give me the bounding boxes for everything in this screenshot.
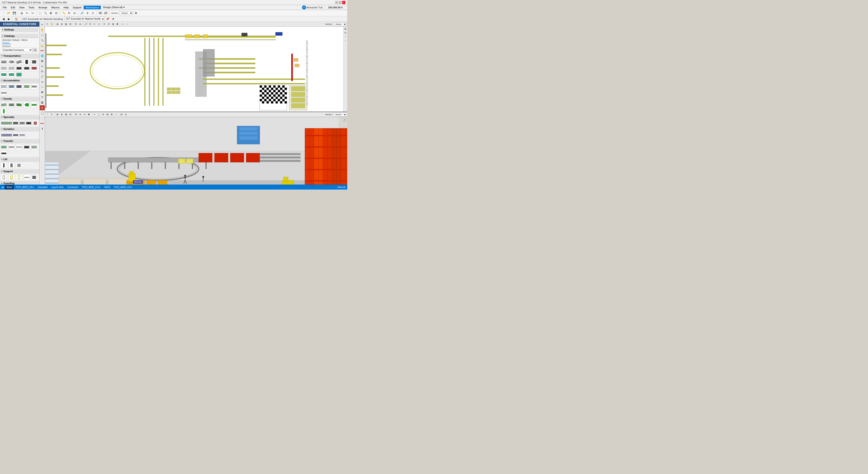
status-view-base[interactable]: Base	[5, 185, 14, 190]
tb-undo[interactable]: ↩	[25, 11, 30, 15]
acc-item2[interactable]	[8, 84, 14, 90]
status-view-conveyors[interactable]: Conveyors	[66, 185, 80, 190]
vp2d-copy[interactable]: ⧉	[111, 22, 115, 26]
vp2d-fit[interactable]: ⊞	[64, 22, 68, 26]
sidebar-spin[interactable]: ↻	[40, 69, 45, 74]
menu-arrange[interactable]: Arrange	[37, 6, 49, 9]
status-nav-prev[interactable]: ◀	[0, 185, 5, 190]
tb-zoom[interactable]: 🔍	[43, 11, 48, 15]
accumulation-toggle[interactable]: ▾ Accumulation	[0, 78, 39, 83]
tb-zoomall[interactable]: ⊡	[54, 11, 59, 15]
grav-item1[interactable]	[1, 102, 7, 108]
tb2-refresh[interactable]: ⟳	[111, 17, 116, 22]
sortation-toggle[interactable]: ▾ Sortation	[0, 127, 39, 131]
item-roller2[interactable]	[8, 65, 14, 71]
doc-select[interactable]: CET Essentials for Material Handling	[64, 17, 105, 21]
sidebar-chain[interactable]: ⛓	[40, 100, 45, 105]
sidebar-pdf[interactable]: PDF	[40, 48, 45, 53]
tb2-forward[interactable]: ▶	[6, 17, 11, 22]
sidebar-layers[interactable]: ≡	[40, 64, 45, 69]
tb-measure[interactable]: 📏	[61, 11, 66, 15]
tb-2d[interactable]: 2D	[103, 11, 108, 15]
sidebar-pdf2[interactable]: PDF	[40, 121, 45, 126]
item-belt4[interactable]	[31, 65, 37, 71]
sort-item1[interactable]	[1, 132, 12, 138]
vp3d-expand-btn[interactable]: ⤢	[343, 118, 346, 122]
acc-item6[interactable]	[1, 90, 7, 96]
vp3d-move[interactable]: ✥	[87, 113, 91, 117]
sidebar-info[interactable]: ℹ	[40, 126, 45, 131]
trans-item1[interactable]	[1, 144, 7, 150]
menu-marketplace[interactable]: Marketplace	[84, 6, 101, 9]
supp-item3[interactable]	[16, 175, 22, 180]
item-curve[interactable]	[8, 59, 14, 65]
vp2d-right-btn2[interactable]: ⊡	[344, 31, 347, 35]
status-view-all[interactable]: View all	[336, 185, 347, 190]
trans-item2[interactable]	[8, 144, 14, 150]
vp2d-mirror[interactable]: ⇔	[78, 22, 82, 26]
catalogs-toggle[interactable]: ▾ Catalogs	[1, 34, 38, 38]
settings-toggle[interactable]: ▾ Settings	[1, 28, 38, 32]
gravity-toggle[interactable]: ▾ Gravity	[0, 97, 39, 101]
sidebar-line[interactable]: ╱	[40, 74, 45, 79]
spec-item5[interactable]	[32, 120, 38, 126]
vp3d-fit[interactable]: ⊞	[64, 113, 68, 117]
menu-macros[interactable]: Macros	[50, 6, 61, 9]
support-toggle[interactable]: ▾ Support	[0, 169, 39, 173]
vp2d-hand[interactable]: ✋	[50, 22, 54, 26]
sidebar-arrow[interactable]: ↖	[40, 22, 45, 27]
tb-print[interactable]: 🖨	[19, 11, 24, 15]
vp2d-dim[interactable]: ↔	[125, 22, 129, 26]
vp2d-grid[interactable]: #	[88, 22, 92, 26]
item-incline[interactable]	[16, 59, 22, 65]
supp-item5[interactable]	[31, 175, 37, 180]
vp3d-section-select[interactable]: <None>	[333, 113, 347, 116]
tb-layer[interactable]: ≡	[90, 11, 95, 15]
status-view-pick2[interactable]: PICK_MOD_LVL2	[80, 185, 102, 190]
item-belt2[interactable]	[16, 65, 22, 71]
tb-redo[interactable]: ↪	[30, 11, 35, 15]
vp3d-info[interactable]: ℹ	[124, 113, 128, 117]
vp3d-copy[interactable]: ⧉	[105, 113, 110, 117]
tb2-pin[interactable]: 📌	[105, 17, 110, 22]
spec-item1[interactable]	[1, 120, 12, 126]
item-roller[interactable]	[1, 65, 7, 71]
vp3d-fit2[interactable]: ⊡	[68, 113, 72, 117]
vp2d-section-select[interactable]: <None>	[333, 22, 347, 26]
vp3d-align[interactable]: ⇅	[110, 113, 114, 117]
sidebar-move[interactable]: ✥	[40, 90, 45, 95]
menu-tools[interactable]: Tools	[27, 6, 36, 9]
lift-item3[interactable]	[16, 162, 22, 168]
menu-edit[interactable]: Edit	[9, 6, 17, 9]
sidebar-measure[interactable]: 📐	[40, 43, 45, 48]
grav-item4[interactable]	[24, 102, 30, 108]
sidebar-globe[interactable]: 🌐	[40, 53, 45, 58]
vp3d-add[interactable]: ＋	[92, 113, 96, 117]
grav-item6[interactable]	[1, 108, 7, 114]
vp3d-select[interactable]: ⬚	[97, 113, 101, 117]
supp-item2[interactable]	[8, 175, 14, 180]
guarding-toggle[interactable]: ▸ Guarding	[0, 181, 39, 185]
vp3d-tag[interactable]: 🏷	[120, 113, 124, 117]
status-view-pick3[interactable]: PICK_MOD_LVL3	[112, 185, 134, 190]
menu-design[interactable]: Design (Show all) ▾	[101, 5, 126, 9]
vp2d-rotate[interactable]: ↻	[74, 22, 78, 26]
sidebar-circle[interactable]: ○	[40, 85, 45, 90]
tb-rotate[interactable]: ↻	[67, 11, 72, 15]
status-view-tags[interactable]: TAGS	[102, 185, 112, 190]
sort-item3[interactable]	[19, 132, 25, 138]
tb-mirror[interactable]: ⇔	[72, 11, 77, 15]
specialty-toggle[interactable]: ▾ Specialty	[0, 115, 39, 119]
transfer-toggle[interactable]: ▾ Transfer	[0, 139, 39, 143]
item-green3[interactable]	[16, 72, 22, 77]
sort-item2[interactable]	[13, 132, 19, 138]
grav-item3[interactable]	[16, 102, 22, 108]
vp3d-zoomin[interactable]: ⊕	[55, 113, 59, 117]
vp2d-zoomin[interactable]: ⊕	[55, 22, 59, 26]
vp2d-right-btn3[interactable]: ↕	[344, 35, 347, 38]
vp2d-add[interactable]: ＋	[121, 22, 125, 26]
spec-item2[interactable]	[13, 120, 19, 126]
vp3d-dim[interactable]: ↔	[114, 113, 118, 117]
acc-item5[interactable]	[31, 84, 37, 90]
menu-support[interactable]: Support	[71, 6, 84, 9]
